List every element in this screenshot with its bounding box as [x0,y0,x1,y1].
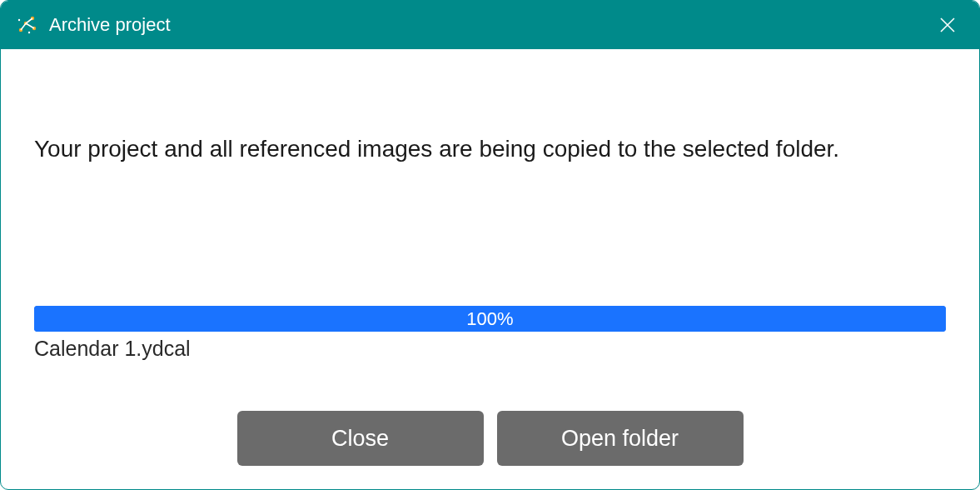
progress-area: 100% Calendar 1.ydcal [34,306,946,361]
progress-bar: 100% [34,306,946,332]
window-title: Archive project [49,14,931,36]
svg-point-4 [18,19,20,21]
current-filename: Calendar 1.ydcal [34,337,946,361]
close-window-button[interactable] [931,8,964,42]
progress-percent-label: 100% [466,308,513,330]
button-row: Close Open folder [34,411,946,466]
svg-point-5 [28,32,30,33]
app-icon [16,13,39,37]
close-button[interactable]: Close [237,411,484,466]
titlebar: Archive project [1,1,979,49]
open-folder-button[interactable]: Open folder [497,411,744,466]
dialog-content: Your project and all referenced images a… [1,49,979,490]
status-message: Your project and all referenced images a… [34,134,946,164]
